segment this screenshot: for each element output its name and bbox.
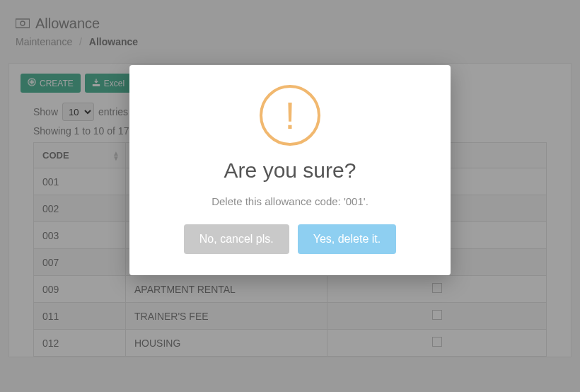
confirm-button[interactable]: Yes, delete it. [298, 224, 396, 254]
modal-message: Delete this allowance code: '001'. [149, 195, 431, 207]
warning-icon: ! [260, 85, 320, 146]
confirm-dialog: ! Are you sure? Delete this allowance co… [129, 65, 451, 275]
modal-overlay[interactable]: ! Are you sure? Delete this allowance co… [0, 0, 580, 392]
cancel-button[interactable]: No, cancel pls. [184, 224, 289, 254]
modal-title: Are you sure? [149, 158, 431, 183]
